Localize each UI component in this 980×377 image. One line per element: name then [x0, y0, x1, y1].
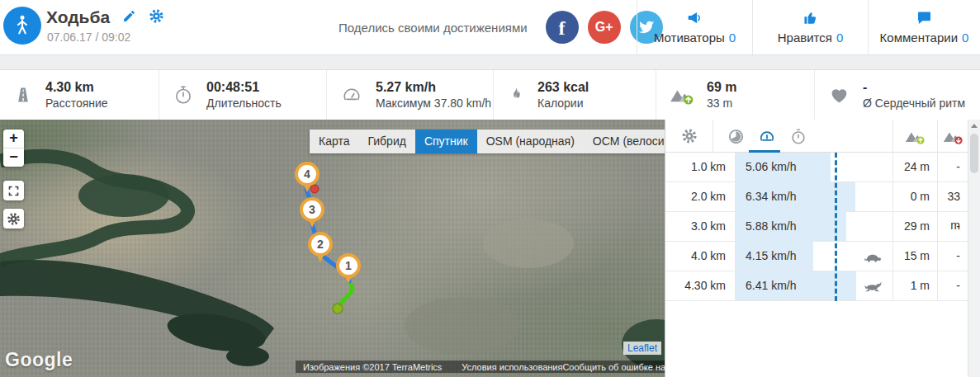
route-map[interactable]: 1 2 3 4 Карта Гибрид Спутник OSM (народн…: [0, 120, 665, 377]
stat-distance: 4.30 kmРасстояние: [0, 70, 159, 120]
page-title: Ходьба: [46, 7, 110, 27]
splits-panel-header: [665, 120, 968, 153]
layer-map[interactable]: Карта: [310, 130, 358, 153]
table-row[interactable]: 3.0 km 5.88 km/h 29 m -: [665, 212, 968, 242]
table-row[interactable]: 4.0 km 4.15 km/h 15 m -: [665, 242, 968, 271]
layer-osm[interactable]: OSM (народная): [477, 130, 584, 153]
descent-column-header: [937, 120, 968, 153]
fullscreen-button[interactable]: [3, 181, 24, 200]
fullscreen-icon: [7, 185, 20, 197]
settings-gear-icon[interactable]: [149, 8, 164, 27]
stopwatch-icon: [173, 84, 194, 106]
table-row[interactable]: 2.0 km 6.34 km/h 0 m 33 m: [665, 182, 968, 212]
pace-icon: [727, 127, 746, 146]
heart-icon: [828, 85, 850, 106]
route-markers: 1 2 3 4: [296, 163, 359, 284]
likes-label: Нравится: [778, 31, 832, 45]
layer-ocm[interactable]: OCM (велосипедная): [584, 130, 665, 153]
svg-text:3: 3: [309, 203, 315, 216]
page-header: Ходьба 07.06.17 / 09:02 Поделись своими …: [0, 0, 980, 54]
likes-count: 0: [836, 31, 843, 45]
zoom-out-button[interactable]: −: [3, 148, 24, 167]
layer-hybrid[interactable]: Гибрид: [358, 130, 414, 153]
activity-datetime: 07.06.17 / 09:02: [47, 31, 130, 44]
split-distance: 4.0 km: [665, 242, 735, 271]
split-descent: 33 m: [937, 182, 968, 211]
megaphone-icon: [686, 10, 704, 26]
scrollbar-thumb[interactable]: [970, 134, 978, 173]
split-descent: -: [937, 271, 968, 300]
motivators-button[interactable]: Мотиваторы0: [637, 0, 752, 54]
svg-text:2: 2: [317, 238, 324, 251]
marker-3[interactable]: 3: [301, 199, 323, 228]
edit-pencil-icon[interactable]: [122, 9, 136, 26]
split-ascent: 29 m: [892, 212, 937, 241]
hare-icon: [864, 280, 883, 295]
terms-link[interactable]: Условия использования: [462, 362, 562, 372]
speedometer-icon: [756, 127, 778, 146]
split-ascent: 24 m: [892, 153, 937, 181]
thumbs-up-icon: [802, 10, 819, 26]
table-row[interactable]: 4.30 km 6.41 km/h 1 m -: [665, 271, 968, 301]
split-ascent: 1 m: [892, 271, 937, 300]
duration-value: 00:48:51: [206, 79, 282, 96]
tab-pace[interactable]: [725, 125, 746, 147]
splits-settings-button[interactable]: [665, 120, 713, 153]
flame-icon: [507, 84, 525, 106]
report-error-link[interactable]: Сообщить об ошибке на карте: [562, 362, 665, 372]
comments-label: Комментарии: [880, 31, 958, 45]
stat-elevation: 69 m33 m: [656, 70, 814, 120]
svg-text:4: 4: [304, 167, 310, 181]
imagery-attribution: Изображения ©2017 TerraMetrics: [303, 362, 442, 372]
layer-satellite[interactable]: Спутник: [415, 130, 477, 153]
turtle-icon: [864, 251, 882, 266]
marker-1[interactable]: 1: [338, 255, 359, 284]
google-logo: Google: [5, 349, 73, 371]
splits-panel: 1.0 km 5.06 km/h 24 m - 2.0 km 6.34 km/h…: [665, 120, 980, 377]
distance-value: 4.30 km: [45, 79, 108, 96]
svg-text:1: 1: [345, 259, 352, 272]
map-settings-button[interactable]: [3, 209, 24, 229]
distance-label: Расстояние: [45, 96, 108, 111]
leaflet-attribution-link[interactable]: Leaflet: [623, 342, 661, 355]
motivators-label: Мотиваторы: [654, 31, 725, 45]
activity-page: Ходьба 07.06.17 / 09:02 Поделись своими …: [0, 0, 980, 377]
stat-calories: 263 kcalКалории: [493, 70, 656, 120]
map-layer-switcher: Карта Гибрид Спутник OSM (народная) OCM …: [310, 130, 665, 153]
route-start-dot: [333, 304, 343, 313]
descent-icon: [943, 128, 963, 145]
walking-activity-icon: [3, 7, 41, 45]
ascent-icon: [670, 85, 694, 106]
splits-table: 1.0 km 5.06 km/h 24 m - 2.0 km 6.34 km/h…: [665, 153, 968, 301]
google-plus-icon: G+: [595, 20, 613, 35]
heart-rate-value: -: [863, 79, 965, 96]
split-distance: 1.0 km: [665, 153, 735, 181]
split-distance: 2.0 km: [665, 182, 735, 211]
comment-icon: [916, 10, 933, 26]
split-ascent: 0 m: [892, 182, 937, 211]
google-plus-share-button[interactable]: G+: [588, 11, 621, 44]
elevation-loss-value: 33 m: [707, 96, 736, 111]
split-descent: -: [937, 212, 968, 241]
tab-duration[interactable]: [788, 125, 809, 147]
calories-label: Калории: [537, 96, 589, 111]
zoom-in-button[interactable]: +: [3, 130, 24, 148]
gear-icon: [681, 128, 698, 144]
facebook-icon: f: [559, 17, 566, 40]
split-distance: 4.30 km: [665, 271, 735, 300]
stat-speed: 5.27 km/hМаксимум 37.80 km/h: [326, 70, 493, 120]
likes-button[interactable]: Нравится0: [752, 0, 868, 54]
tab-speed[interactable]: [756, 125, 778, 147]
scroll-up-arrow[interactable]: [968, 120, 980, 132]
header-divider-band: [0, 54, 980, 70]
ascent-column-header: [892, 120, 937, 153]
split-descent: -: [937, 242, 968, 271]
comments-count: 0: [962, 31, 968, 45]
panel-scrollbar[interactable]: [968, 120, 980, 377]
facebook-share-button[interactable]: f: [546, 11, 579, 44]
stat-duration: 00:48:51Длительность: [159, 70, 326, 120]
calories-value: 263 kcal: [537, 79, 589, 96]
comments-button[interactable]: Комментарии0: [868, 0, 980, 54]
route-overlay: 1 2 3 4: [0, 120, 665, 377]
table-row[interactable]: 1.0 km 5.06 km/h 24 m -: [665, 153, 968, 182]
